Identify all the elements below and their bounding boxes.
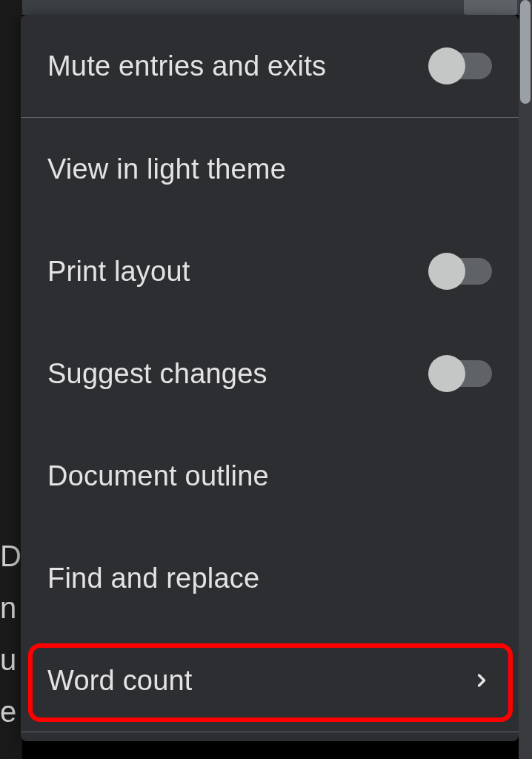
menu-item-label: Document outline bbox=[47, 460, 269, 492]
toggle-suggest-changes[interactable] bbox=[433, 360, 492, 387]
menu-item-label: View in light theme bbox=[47, 153, 286, 185]
menu-item-print-layout[interactable]: Print layout bbox=[21, 220, 519, 322]
menu-item-label: Print layout bbox=[47, 256, 190, 288]
menu-item-find-replace[interactable]: Find and replace bbox=[21, 527, 519, 629]
menu-item-suggest-changes[interactable]: Suggest changes bbox=[21, 322, 519, 425]
menu-item-word-count[interactable]: Word count bbox=[21, 629, 519, 732]
toggle-thumb bbox=[428, 253, 465, 290]
scrollbar-thumb[interactable] bbox=[520, 0, 531, 104]
menu-item-document-outline[interactable]: Document outline bbox=[21, 425, 519, 527]
background-document-edge: D n u e bbox=[0, 0, 22, 759]
overflow-menu-panel: Mute entries and exits View in light the… bbox=[21, 15, 519, 741]
toggle-mute-entries[interactable] bbox=[433, 53, 492, 79]
background-topbar bbox=[0, 0, 532, 15]
menu-item-label: Find and replace bbox=[47, 563, 259, 594]
toggle-print-layout[interactable] bbox=[433, 258, 492, 285]
menu-item-view-light-theme[interactable]: View in light theme bbox=[21, 118, 519, 220]
toggle-thumb bbox=[428, 355, 465, 392]
menu-item-label: Word count bbox=[47, 665, 193, 697]
background-topbar-right bbox=[464, 0, 517, 15]
menu-divider bbox=[21, 732, 519, 732]
menu-item-label: Mute entries and exits bbox=[47, 50, 326, 82]
scrollbar-track[interactable] bbox=[519, 0, 532, 759]
menu-item-label: Suggest changes bbox=[47, 358, 267, 390]
toggle-thumb bbox=[428, 47, 465, 84]
menu-item-mute-entries[interactable]: Mute entries and exits bbox=[21, 15, 519, 117]
chevron-right-icon bbox=[471, 670, 492, 691]
